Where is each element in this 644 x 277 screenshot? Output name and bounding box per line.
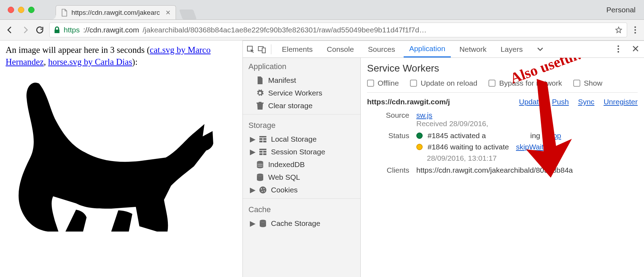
application-sidebar: Application Manifest Service Workers Cle… xyxy=(243,58,361,277)
window-maximize-button[interactable] xyxy=(28,7,34,13)
bookmark-star-icon[interactable] xyxy=(615,26,623,34)
sidebar-item-manifest[interactable]: Manifest xyxy=(243,74,360,87)
address-bar[interactable]: https ://cdn.rawgit.com /jakearchibald/8… xyxy=(49,23,627,37)
sidebar-item-service-workers[interactable]: Service Workers xyxy=(243,87,360,99)
tab-close-icon[interactable]: ✕ xyxy=(165,9,171,17)
svg-point-9 xyxy=(257,161,263,164)
window-minimize-button[interactable] xyxy=(18,7,24,13)
devtools-menu-icon[interactable] xyxy=(617,45,626,54)
pane-title: Service Workers xyxy=(367,63,638,74)
window-titlebar: https://cdn.rawgit.com/jakearc ✕ Persona… xyxy=(0,0,644,19)
cookie-icon xyxy=(259,186,267,194)
sidebar-item-clear-storage[interactable]: Clear storage xyxy=(243,99,360,112)
sw-status-block: #1845 activated a ing stop #1846 waiting… xyxy=(416,131,638,162)
status-dot-orange-icon xyxy=(416,144,423,150)
profile-label[interactable]: Personal xyxy=(606,6,636,14)
caret-icon: ▶ xyxy=(250,135,254,143)
page-viewport: An image will appear here in 3 seconds (… xyxy=(0,41,243,277)
file-icon xyxy=(61,8,68,17)
svg-point-12 xyxy=(261,188,262,190)
browser-tab[interactable]: https://cdn.rawgit.com/jakearc ✕ xyxy=(56,5,176,19)
new-tab-button[interactable] xyxy=(179,10,197,19)
sidebar-item-websql[interactable]: Web SQL xyxy=(243,171,360,184)
sidebar-section-application: Application xyxy=(243,58,360,74)
window-close-button[interactable] xyxy=(8,7,14,13)
sw-skipwaiting-link[interactable]: skipWaiting xyxy=(516,143,554,151)
sidebar-item-local-storage[interactable]: ▶ Local Storage xyxy=(243,133,360,146)
show-all-checkbox[interactable]: Show xyxy=(573,79,602,87)
sw-status-activated: #1845 activated a ing stop xyxy=(416,131,638,140)
sw-origin-row: https://cdn.rawgit.com/j Update Push Syn… xyxy=(367,98,638,106)
sidebar-section-storage: Storage xyxy=(243,117,360,133)
sw-options-row: Offline Update on reload Bypass for netw… xyxy=(367,79,638,93)
tab-title: https://cdn.rawgit.com/jakearc xyxy=(71,9,160,17)
svg-point-2 xyxy=(634,32,636,34)
offline-checkbox[interactable]: Offline xyxy=(367,79,399,87)
sidebar-item-indexeddb[interactable]: IndexedDB xyxy=(243,158,360,171)
sidebar-item-session-storage[interactable]: ▶ Session Storage xyxy=(243,146,360,158)
caret-icon: ▶ xyxy=(250,148,254,156)
source-value: sw.js Received 28/09/2016, xyxy=(416,111,638,128)
table-icon xyxy=(259,148,267,156)
forward-button[interactable] xyxy=(20,25,30,35)
svg-point-7 xyxy=(618,48,619,50)
link-horse-svg[interactable]: horse.svg by Carla Dias xyxy=(48,57,132,67)
reload-button[interactable] xyxy=(34,25,45,35)
sw-details-table: Source sw.js Received 28/09/2016, Status… xyxy=(367,111,638,174)
update-on-reload-checkbox[interactable]: Update on reload xyxy=(410,79,477,87)
svg-point-10 xyxy=(257,174,263,176)
svg-point-8 xyxy=(618,51,619,53)
sw-source-link[interactable]: sw.js xyxy=(416,111,433,119)
caret-icon: ▶ xyxy=(250,219,254,228)
sidebar-section-cache: Cache xyxy=(243,201,360,217)
sw-status-waiting: #1846 waiting to activate skipWaiting xyxy=(416,143,638,151)
svg-point-1 xyxy=(634,29,636,31)
back-button[interactable] xyxy=(5,25,15,35)
url-scheme: https xyxy=(64,26,80,34)
devtools-close-icon[interactable] xyxy=(632,45,640,54)
tab-console[interactable]: Console xyxy=(321,41,360,57)
tab-network[interactable]: Network xyxy=(454,41,492,57)
sw-stop-link[interactable]: stop xyxy=(547,131,561,140)
svg-point-14 xyxy=(261,191,263,192)
sw-received-text: Received 28/09/2016, xyxy=(416,119,488,128)
tab-application[interactable]: Application xyxy=(404,41,451,57)
tab-layers[interactable]: Layers xyxy=(495,41,528,57)
trash-icon xyxy=(256,102,264,110)
source-label: Source xyxy=(367,111,409,119)
tab-elements[interactable]: Elements xyxy=(276,41,318,57)
service-workers-pane: Service Workers Offline Update on reload… xyxy=(361,58,644,277)
lock-icon xyxy=(54,26,60,33)
cat-image xyxy=(6,69,237,239)
svg-point-15 xyxy=(264,191,265,192)
svg-point-13 xyxy=(264,188,265,189)
device-mode-icon[interactable] xyxy=(258,45,266,54)
sidebar-item-cookies[interactable]: ▶ Cookies xyxy=(243,184,360,196)
content-area: An image will appear here in 3 seconds (… xyxy=(0,41,644,277)
sw-push-link[interactable]: Push xyxy=(552,98,569,106)
svg-point-0 xyxy=(634,26,636,28)
sw-origin: https://cdn.rawgit.com/j xyxy=(367,98,510,106)
status-dot-green-icon xyxy=(416,133,423,139)
sw-status2-time: 28/09/2016, 13:01:17 xyxy=(427,154,638,162)
devtools-panel: Elements Console Sources Application Net… xyxy=(243,41,644,277)
url-path: /jakearchibald/80368b84ac1ae8e229fc90b3f… xyxy=(143,26,611,34)
sw-update-link[interactable]: Update xyxy=(519,98,543,106)
url-host: ://cdn.rawgit.com xyxy=(83,26,139,34)
status-label: Status xyxy=(367,131,409,140)
svg-point-16 xyxy=(260,220,266,222)
clients-label: Clients xyxy=(367,166,409,174)
tab-sources[interactable]: Sources xyxy=(362,41,401,57)
devtools-body: Application Manifest Service Workers Cle… xyxy=(243,58,644,277)
tab-overflow[interactable] xyxy=(531,41,549,57)
table-icon xyxy=(259,135,267,143)
sw-sync-link[interactable]: Sync xyxy=(578,98,594,106)
database-icon xyxy=(256,161,264,168)
inspect-element-icon[interactable] xyxy=(246,45,255,54)
clients-url: https://cdn.rawgit.com/jakearchibald/803… xyxy=(416,166,638,174)
chrome-menu-button[interactable] xyxy=(631,26,639,34)
sidebar-item-cache-storage[interactable]: ▶ Cache Storage xyxy=(243,217,360,230)
sw-unregister-link[interactable]: Unregister xyxy=(604,98,638,106)
svg-point-6 xyxy=(618,45,619,47)
bypass-network-checkbox[interactable]: Bypass for network xyxy=(488,79,562,87)
